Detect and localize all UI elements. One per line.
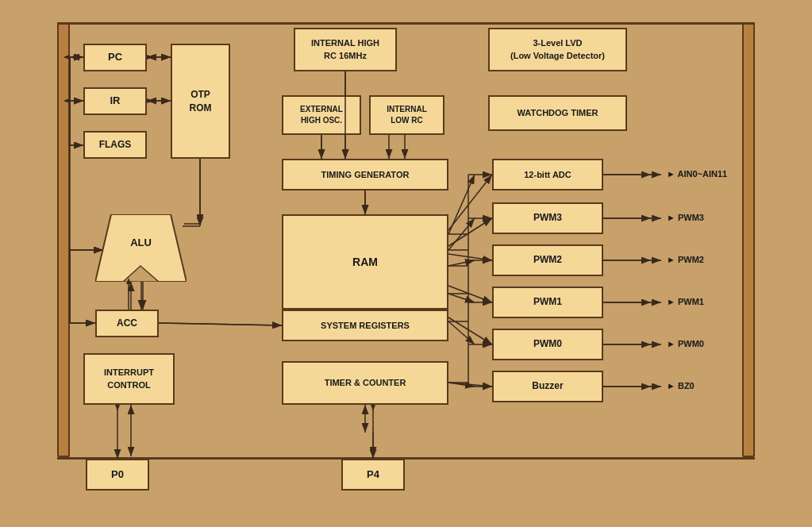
svg-marker-93 xyxy=(371,405,375,411)
buzzer-block: Buzzer xyxy=(492,371,603,402)
system-registers-label: SYSTEM REGISTERS xyxy=(321,320,410,331)
pwm2-out-label: ► PWM2 xyxy=(667,255,704,264)
svg-line-28 xyxy=(448,254,492,260)
system-registers-block: SYSTEM REGISTERS xyxy=(282,310,448,341)
frame-top xyxy=(57,22,755,25)
diagram-container: PC IR FLAGS OTPROM ALU ACC INTERRUPTCONT… xyxy=(0,0,812,527)
right-bar xyxy=(742,22,755,457)
bz0-out-label: ► BZ0 xyxy=(667,381,695,390)
pwm2-label: PWM2 xyxy=(533,254,562,267)
pc-block: PC xyxy=(83,44,147,71)
p0-block: P0 xyxy=(86,459,149,490)
ir-label: IR xyxy=(110,94,121,108)
svg-line-27 xyxy=(448,218,492,246)
alu-label: ALU xyxy=(130,237,152,248)
timer-counter-label: TIMER & COUNTER xyxy=(325,377,406,388)
svg-line-29 xyxy=(448,286,492,302)
svg-marker-98 xyxy=(147,98,153,103)
frame-bottom xyxy=(57,457,755,460)
timing-generator-block: TIMING GENERATOR xyxy=(282,159,448,190)
interrupt-control-label: INTERRUPTCONTROL xyxy=(104,367,154,391)
adc-label: 12-bitt ADC xyxy=(524,169,571,180)
internal-high-rc-block: INTERNAL HIGHRC 16MHz xyxy=(294,28,397,71)
pwm3-label: PWM3 xyxy=(533,212,562,225)
p4-block: P4 xyxy=(341,459,405,490)
svg-line-26 xyxy=(448,175,492,230)
svg-line-53 xyxy=(448,260,475,266)
pwm0-block: PWM0 xyxy=(492,329,603,360)
adc-block: 12-bitt ADC xyxy=(492,159,603,190)
pwm0-label: PWM0 xyxy=(533,338,562,351)
svg-line-56 xyxy=(448,383,475,387)
timing-generator-label: TIMING GENERATOR xyxy=(321,169,410,180)
svg-marker-91 xyxy=(115,405,120,411)
lvd-label: 3-Level LVD(Low Voltage Detector) xyxy=(510,37,605,62)
pwm0-out-label: ► PWM0 xyxy=(667,339,704,348)
svg-line-30 xyxy=(448,317,492,344)
p0-label: P0 xyxy=(111,468,124,482)
ain-label: ► AIN0~AIN11 xyxy=(667,169,727,179)
ram-block: RAM xyxy=(282,214,448,310)
lvd-block: 3-Level LVD(Low Voltage Detector) xyxy=(488,28,627,71)
watchdog-block: WATCHDOG TIMER xyxy=(488,95,627,131)
buzzer-label: Buzzer xyxy=(532,380,563,393)
pwm3-out-label: ► PWM3 xyxy=(667,213,704,222)
left-bar xyxy=(57,22,70,457)
timer-counter-block: TIMER & COUNTER xyxy=(282,361,448,405)
svg-marker-96 xyxy=(147,55,153,60)
external-high-osc-block: EXTERNALHIGH OSC. xyxy=(282,95,361,135)
svg-line-31 xyxy=(448,383,492,387)
acc-label: ACC xyxy=(117,317,137,330)
otp-rom-label: OTPROM xyxy=(190,88,212,115)
pc-label: PC xyxy=(108,51,122,64)
svg-line-18 xyxy=(159,323,282,325)
otp-rom-block: OTPROM xyxy=(171,44,230,159)
svg-line-51 xyxy=(448,175,475,234)
svg-line-55 xyxy=(448,321,475,344)
watchdog-label: WATCHDOG TIMER xyxy=(518,107,598,118)
pwm1-out-label: ► PWM1 xyxy=(667,297,704,306)
pwm3-block: PWM3 xyxy=(492,202,603,234)
internal-low-rc-label: INTERNALLOW RC xyxy=(387,104,427,126)
svg-line-52 xyxy=(448,218,475,250)
flags-block: FLAGS xyxy=(83,131,147,159)
external-high-osc-label: EXTERNALHIGH OSC. xyxy=(300,104,343,126)
pwm2-block: PWM2 xyxy=(492,244,603,276)
internal-high-rc-label: INTERNAL HIGHRC 16MHz xyxy=(311,37,379,62)
pwm1-label: PWM1 xyxy=(533,296,562,309)
ir-block: IR xyxy=(83,87,147,115)
acc-block: ACC xyxy=(95,310,159,337)
flags-label: FLAGS xyxy=(99,139,132,152)
alu-block: ALU xyxy=(95,214,187,282)
interrupt-control-block: INTERRUPTCONTROL xyxy=(83,353,175,405)
svg-line-94 xyxy=(159,323,282,325)
p4-label: P4 xyxy=(367,468,379,482)
internal-low-rc-block: INTERNALLOW RC xyxy=(369,95,444,135)
pwm1-block: PWM1 xyxy=(492,287,603,318)
ram-label: RAM xyxy=(352,255,378,269)
svg-line-54 xyxy=(448,294,475,302)
